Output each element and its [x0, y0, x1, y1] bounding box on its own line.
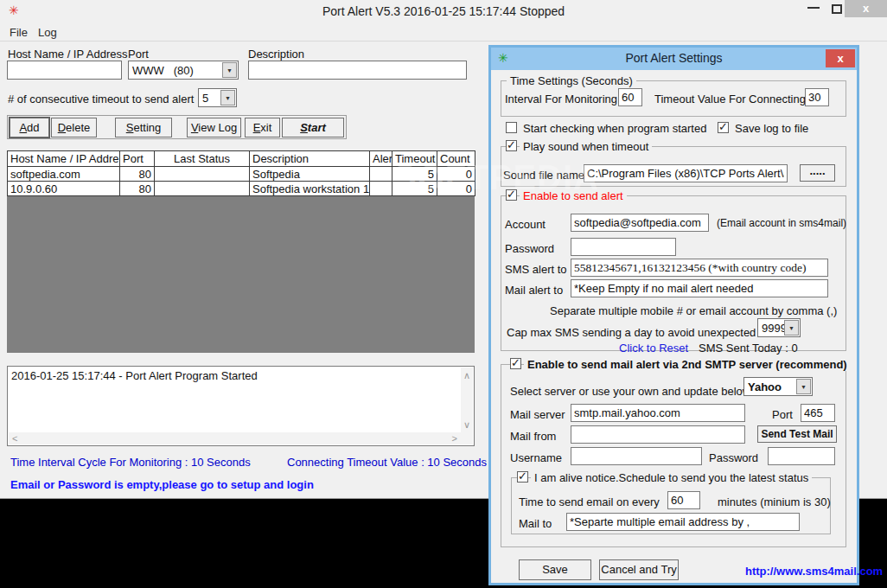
horizontal-scrollbar[interactable]: < >	[9, 432, 473, 444]
button-row-frame: Add Delete Setting View Log Exit Start	[7, 115, 347, 139]
save-log-checkbox[interactable]	[718, 122, 729, 133]
mail-server-input[interactable]	[571, 404, 745, 422]
enable-alert-legend: Enable to send alert	[520, 189, 627, 202]
settings-dialog: ✳ Port Alert Settings x Time Settings (S…	[488, 45, 859, 585]
mail-from-label: Mail from	[510, 430, 556, 443]
chevron-down-icon[interactable]: ▼	[784, 320, 799, 336]
password-input[interactable]	[571, 238, 676, 256]
view-log-button[interactable]: View Log	[187, 118, 241, 137]
start-button[interactable]: Start	[282, 118, 344, 137]
add-button[interactable]: Add	[10, 118, 49, 137]
sms4mail-link[interactable]: http://www.sms4mail.com	[745, 565, 883, 578]
mail-from-input[interactable]	[571, 425, 745, 444]
description-input[interactable]	[248, 61, 467, 80]
port-select-value: WWW (80)	[132, 64, 194, 77]
start-checking-checkbox[interactable]	[506, 122, 517, 133]
dialog-close-icon[interactable]: x	[826, 49, 855, 67]
scroll-left-icon[interactable]: <	[12, 433, 17, 444]
browse-button[interactable]: .....	[800, 164, 835, 182]
cell-timeout: 5	[392, 182, 437, 196]
chevron-down-icon[interactable]: ▼	[796, 379, 811, 394]
send-test-mail-button[interactable]: Send Test Mail	[757, 425, 837, 443]
menu-log[interactable]: Log	[38, 26, 57, 39]
setting-button[interactable]: Setting	[115, 118, 172, 137]
click-to-reset-link[interactable]: Click to Reset	[619, 342, 688, 355]
cell-port: 80	[120, 182, 155, 196]
play-sound-checkbox[interactable]	[506, 140, 517, 151]
connect-timeout-label: Timeout Value For Connecting	[654, 93, 806, 105]
scroll-down-icon[interactable]: ∨	[463, 419, 470, 430]
consecutive-timeout-select[interactable]: 5 ▼	[198, 88, 237, 107]
cell-port: 80	[120, 167, 155, 182]
save-button[interactable]: Save	[519, 559, 591, 580]
enable-alert-checkbox[interactable]	[506, 189, 517, 201]
interval-input[interactable]	[618, 88, 642, 106]
cell-host: 10.9.0.60	[8, 182, 120, 196]
sms-alert-label: SMS alert to	[505, 263, 567, 276]
cell-count: 0	[437, 167, 475, 182]
table-header-row[interactable]: Host Name / IP Addre Port Last Status De…	[8, 151, 475, 167]
account-label: Account	[505, 218, 546, 231]
col-port[interactable]: Port	[120, 151, 155, 167]
table-row[interactable]: 10.9.0.60 80 Softpedia workstation 1 5 0	[8, 182, 475, 196]
description-label: Description	[248, 48, 304, 61]
mail-alert-label: Mail alert to	[505, 284, 563, 297]
vertical-scrollbar[interactable]: ∧ ∨	[461, 368, 473, 432]
dialog-titlebar: ✳ Port Alert Settings x	[491, 48, 857, 70]
col-last-status[interactable]: Last Status	[155, 151, 250, 167]
sms-alert-input[interactable]	[571, 259, 828, 277]
cap-sms-select[interactable]: 9999 ▼	[757, 318, 801, 337]
close-icon[interactable]: x	[845, 0, 887, 17]
col-count[interactable]: Count	[437, 151, 475, 167]
account-input[interactable]	[571, 214, 709, 232]
minimize-icon[interactable]	[807, 7, 820, 9]
chevron-down-icon[interactable]: ▼	[220, 90, 235, 105]
cap-sms-label: Cap max SMS sending a day to avoid unexp…	[507, 326, 756, 339]
sms-sent-today: SMS Sent Today : 0	[699, 342, 798, 355]
scroll-right-icon[interactable]: >	[452, 433, 457, 444]
server-select-value: Yahoo	[748, 380, 782, 393]
delete-button[interactable]: Delete	[51, 118, 97, 137]
exit-button[interactable]: Exit	[245, 118, 280, 137]
enable-smtp-checkbox[interactable]	[510, 358, 521, 369]
cell-timeout: 5	[392, 167, 437, 182]
sound-file-input[interactable]	[584, 164, 788, 182]
mail-server-label: Mail server	[510, 408, 565, 421]
host-input[interactable]	[7, 61, 122, 80]
port-label: Port	[128, 48, 149, 61]
sound-group-legend: Play sound when timeout	[520, 140, 652, 153]
mail-to-label: Mail to	[519, 517, 552, 530]
server-select[interactable]: Yahoo ▼	[743, 377, 813, 396]
mail-alert-input[interactable]	[571, 279, 828, 297]
smtp-username-input[interactable]	[571, 447, 702, 465]
cell-host: softpedia.com	[8, 167, 120, 182]
smtp-password-input[interactable]	[768, 447, 835, 465]
start-checking-label: Start checking when program started	[523, 122, 706, 135]
send-interval-input[interactable]	[667, 491, 700, 509]
maximize-icon[interactable]	[832, 4, 842, 14]
monitoring-interval-status: Time Interval Cycle For Monitoring : 10 …	[10, 456, 251, 469]
menu-file[interactable]: File	[10, 26, 28, 39]
col-timeout[interactable]: Timeout	[392, 151, 437, 167]
alive-notice-checkbox[interactable]	[517, 471, 528, 483]
chevron-down-icon[interactable]: ▼	[222, 62, 237, 78]
mail-to-input[interactable]	[566, 513, 800, 531]
connect-timeout-input[interactable]	[805, 88, 829, 106]
col-host[interactable]: Host Name / IP Addre	[8, 151, 120, 167]
smtp-port-input[interactable]	[801, 404, 835, 422]
interval-label: Interval For Monitoring	[505, 93, 617, 105]
smtp-password-label: Password	[709, 451, 758, 464]
menubar: File Log	[0, 23, 887, 42]
cancel-and-try-button[interactable]: Cancel and Try	[599, 559, 679, 580]
cell-last-status	[155, 182, 250, 196]
col-description[interactable]: Description	[250, 151, 370, 167]
smtp-username-label: Username	[510, 451, 562, 464]
col-alert[interactable]: Alert	[370, 151, 392, 167]
table-row[interactable]: softpedia.com 80 Softpedia 5 0	[8, 167, 475, 182]
alive-notice-legend: I am alive notice.Schedule to send you t…	[531, 471, 812, 484]
log-box[interactable]: 2016-01-25 15:17:44 - Port Alert Program…	[7, 366, 475, 446]
account-note: (Email account in sms4mail)	[717, 217, 846, 229]
scroll-up-icon[interactable]: ∧	[463, 370, 470, 380]
main-window-title: Port Alert V5.3 2016-01-25 15:17:44 Stop…	[0, 4, 887, 18]
port-select[interactable]: WWW (80) ▼	[128, 61, 239, 80]
